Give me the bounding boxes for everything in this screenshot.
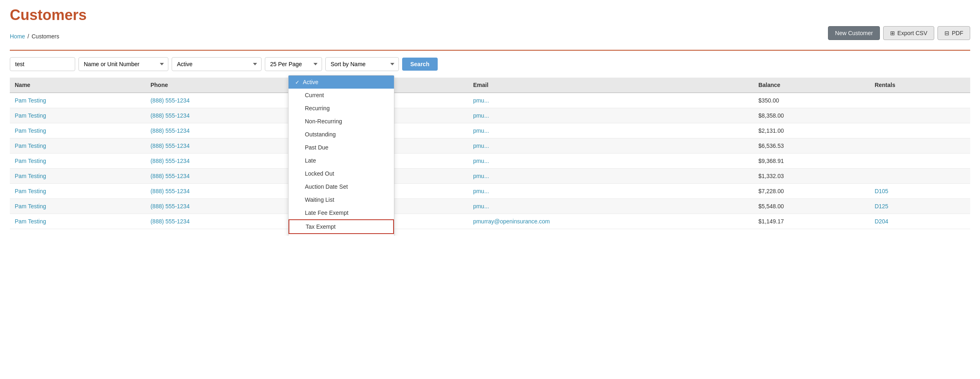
cell-phone: (888) 555-1234 <box>145 93 307 108</box>
table-row: Pam Testing(888) 555-1234pmu...$350.00 <box>10 93 970 108</box>
status-option-late[interactable]: Late <box>289 154 394 167</box>
cell-email: pmu... <box>468 93 754 108</box>
cell-phone: (888) 555-1234 <box>145 214 307 229</box>
customer-name-link[interactable]: Pam Testing <box>15 173 46 179</box>
cell-email: pmu... <box>468 138 754 154</box>
cell-balance: $1,332.03 <box>754 169 870 184</box>
status-option-non-recurring[interactable]: Non-Recurring <box>289 115 394 128</box>
cell-phone: (888) 555-1234 <box>145 123 307 138</box>
status-option-outstanding[interactable]: Outstanding <box>289 128 394 141</box>
status-option-waiting-list[interactable]: Waiting List <box>289 193 394 206</box>
rental-link[interactable]: D105 <box>875 188 888 194</box>
cell-rentals <box>870 123 970 138</box>
cell-email: pmu... <box>468 123 754 138</box>
table-row: Pam Testing(888) 555-1234pmu...$9,368.91 <box>10 154 970 169</box>
page-title: Customers <box>10 7 970 24</box>
cell-email: pmu... <box>468 169 754 184</box>
cell-phone: (888) 555-1234 <box>145 154 307 169</box>
cell-email: pmu... <box>468 199 754 214</box>
cell-name: Pam Testing <box>10 214 145 229</box>
col-balance: Balance <box>754 78 870 93</box>
customer-name-link[interactable]: Pam Testing <box>15 112 46 119</box>
status-option-late-fee-exempt[interactable]: Late Fee Exempt <box>289 206 394 219</box>
customer-email-link[interactable]: pmu... <box>473 97 489 104</box>
status-option-active[interactable]: ✓ Active <box>289 76 394 89</box>
cell-balance: $5,548.00 <box>754 199 870 214</box>
status-option-recurring[interactable]: Recurring <box>289 102 394 115</box>
cell-balance: $8,358.00 <box>754 108 870 123</box>
rental-link[interactable]: D125 <box>875 203 888 210</box>
export-csv-button[interactable]: ⊞ Export CSV <box>883 26 934 40</box>
cell-balance: $2,131.00 <box>754 123 870 138</box>
customer-name-link[interactable]: Pam Testing <box>15 218 46 225</box>
table-row: Pam Testing(888) 555-1234pmu...$8,358.00 <box>10 108 970 123</box>
cell-rentals <box>870 108 970 123</box>
status-option-past-due[interactable]: Past Due <box>289 141 394 154</box>
customer-name-link[interactable]: Pam Testing <box>15 127 46 134</box>
customer-email-link[interactable]: pmu... <box>473 203 489 210</box>
customer-email-link[interactable]: pmu... <box>473 158 489 164</box>
customer-name-link[interactable]: Pam Testing <box>15 158 46 164</box>
cell-balance: $6,536.53 <box>754 138 870 154</box>
status-option-tax-exempt[interactable]: Tax Exempt <box>289 219 394 234</box>
customer-email-link[interactable]: pmu... <box>473 173 489 179</box>
cell-name: Pam Testing <box>10 199 145 214</box>
cell-name: Pam Testing <box>10 184 145 199</box>
cell-rentals <box>870 93 970 108</box>
customer-email-link[interactable]: pmu... <box>473 188 489 194</box>
status-option-current[interactable]: Current <box>289 89 394 102</box>
filter-select[interactable]: Name or Unit Number Unit Number Name <box>78 57 168 71</box>
status-select[interactable]: Active Current Recurring Non-Recurring O… <box>172 57 262 71</box>
cell-email: pmu... <box>468 108 754 123</box>
col-rentals: Rentals <box>870 78 970 93</box>
rental-link[interactable]: D204 <box>875 218 888 225</box>
search-button[interactable]: Search <box>402 58 438 71</box>
customer-email-link[interactable]: pmurray@openinsurance.com <box>473 218 550 225</box>
breadcrumb-current: Customers <box>31 33 59 40</box>
cell-name: Pam Testing <box>10 169 145 184</box>
cell-phone: (888) 555-1234 <box>145 108 307 123</box>
table-row: Pam Testing(888) 555-1234pmu...$1,332.03 <box>10 169 970 184</box>
cell-rentals: D204 <box>870 214 970 229</box>
status-option-active-insurance[interactable]: Active Insurance Policies <box>289 234 394 236</box>
col-email: Email <box>468 78 754 93</box>
breadcrumb-separator: / <box>27 33 29 40</box>
top-actions: New Customer ⊞ Export CSV ⊟ PDF <box>828 26 970 40</box>
customer-email-link[interactable]: pmu... <box>473 127 489 134</box>
cell-email: pmu... <box>468 184 754 199</box>
col-phone: Phone <box>145 78 307 93</box>
search-input[interactable] <box>10 57 75 71</box>
table-row: Pam Testing(888) 555-1234pmu...$6,536.53 <box>10 138 970 154</box>
cell-rentals: D105 <box>870 184 970 199</box>
new-customer-button[interactable]: New Customer <box>828 26 880 40</box>
cell-rentals: D125 <box>870 199 970 214</box>
cell-phone: (888) 555-1234 <box>145 184 307 199</box>
customer-name-link[interactable]: Pam Testing <box>15 203 46 210</box>
status-option-auction-date-set[interactable]: Auction Date Set <box>289 180 394 193</box>
table-icon: ⊞ <box>890 30 895 36</box>
pdf-button[interactable]: ⊟ PDF <box>937 26 970 40</box>
checkmark-icon: ✓ <box>295 79 300 85</box>
status-filter-container: Active Current Recurring Non-Recurring O… <box>172 57 262 71</box>
cell-balance: $350.00 <box>754 93 870 108</box>
printer-icon: ⊟ <box>944 30 949 36</box>
breadcrumb-home[interactable]: Home <box>10 33 25 40</box>
customer-email-link[interactable]: pmu... <box>473 143 489 149</box>
search-bar: Name or Unit Number Unit Number Name Act… <box>10 57 970 71</box>
customer-email-link[interactable]: pmu... <box>473 112 489 119</box>
cell-balance: $7,228.00 <box>754 184 870 199</box>
customers-table: Name Phone Cell Phone Email Balance Rent… <box>10 78 970 229</box>
sort-select[interactable]: Sort by Name Sort by Balance Sort by Uni… <box>325 57 399 71</box>
cell-balance: $1,149.17 <box>754 214 870 229</box>
cell-balance: $9,368.91 <box>754 154 870 169</box>
per-page-select[interactable]: 10 Per Page 25 Per Page 50 Per Page 100 … <box>265 57 322 71</box>
status-dropdown: ✓ Active Current Recurring Non-Recurring <box>288 75 394 236</box>
cell-name: Pam Testing <box>10 93 145 108</box>
table-row: Pam Testing(888) 555-1234pmurray@openins… <box>10 214 970 229</box>
status-option-locked-out[interactable]: Locked Out <box>289 167 394 180</box>
customer-name-link[interactable]: Pam Testing <box>15 97 46 104</box>
customer-name-link[interactable]: Pam Testing <box>15 188 46 194</box>
table-row: Pam Testing(888) 555-1234(602) 749-9370p… <box>10 123 970 138</box>
customer-name-link[interactable]: Pam Testing <box>15 143 46 149</box>
col-name: Name <box>10 78 145 93</box>
